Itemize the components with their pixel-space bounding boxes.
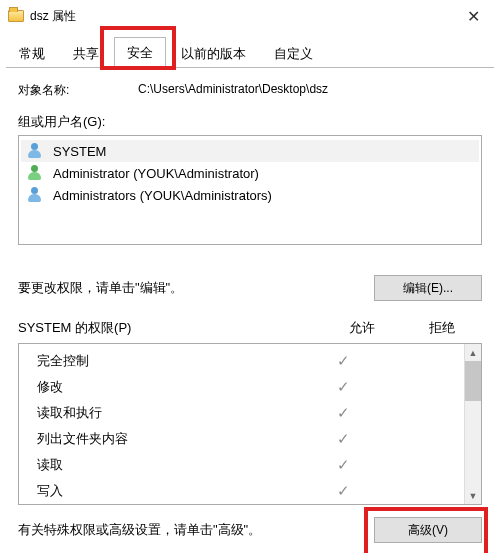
scroll-down-icon[interactable]: ▼ [465, 487, 481, 504]
object-name-label: 对象名称: [18, 82, 138, 99]
folder-icon [8, 10, 24, 22]
tab-previous-versions[interactable]: 以前的版本 [168, 38, 259, 69]
tab-sharing[interactable]: 共享 [60, 38, 112, 69]
scrollbar[interactable]: ▲ ▼ [464, 344, 481, 504]
user-icon [27, 165, 45, 181]
users-group-icon [27, 143, 45, 159]
list-item[interactable]: Administrators (YOUK\Administrators) [21, 184, 479, 206]
scroll-track[interactable] [465, 401, 481, 487]
permission-row: 读取和执行✓ [19, 400, 464, 426]
advanced-button[interactable]: 高级(V) [374, 517, 482, 543]
permission-name: 读取 [37, 456, 304, 474]
advanced-hint-text: 有关特殊权限或高级设置，请单击"高级"。 [18, 521, 374, 539]
permissions-listbox: 完全控制✓修改✓读取和执行✓列出文件夹内容✓读取✓写入✓ ▲ ▼ [18, 343, 482, 505]
tab-general[interactable]: 常规 [6, 38, 58, 69]
object-name-row: 对象名称: C:\Users\Administrator\Desktop\dsz [18, 82, 482, 99]
groups-listbox[interactable]: SYSTEM Administrator (YOUK\Administrator… [18, 135, 482, 245]
permission-row: 完全控制✓ [19, 348, 464, 374]
permission-row: 读取✓ [19, 452, 464, 478]
permission-allow: ✓ [304, 352, 382, 370]
tab-security[interactable]: 安全 [114, 37, 166, 69]
list-item[interactable]: Administrator (YOUK\Administrator) [21, 162, 479, 184]
tab-strip: 常规 共享 安全 以前的版本 自定义 [0, 32, 500, 68]
permission-allow: ✓ [304, 482, 382, 500]
permission-name: 列出文件夹内容 [37, 430, 304, 448]
permission-row: 修改✓ [19, 374, 464, 400]
permission-name: 完全控制 [37, 352, 304, 370]
permission-name: 修改 [37, 378, 304, 396]
object-name-value: C:\Users\Administrator\Desktop\dsz [138, 82, 482, 99]
permission-allow: ✓ [304, 404, 382, 422]
edit-button[interactable]: 编辑(E)... [374, 275, 482, 301]
advanced-hint-row: 有关特殊权限或高级设置，请单击"高级"。 高级(V) [18, 517, 482, 543]
list-item-label: Administrators (YOUK\Administrators) [53, 188, 272, 203]
permissions-header-deny: 拒绝 [402, 319, 482, 337]
window-title: dsz 属性 [30, 8, 452, 25]
scroll-up-icon[interactable]: ▲ [465, 344, 481, 361]
titlebar: dsz 属性 ✕ [0, 0, 500, 32]
edit-hint-text: 要更改权限，请单击"编辑"。 [18, 279, 374, 297]
close-button[interactable]: ✕ [452, 2, 494, 30]
groups-label: 组或用户名(G): [18, 113, 482, 131]
list-item-label: Administrator (YOUK\Administrator) [53, 166, 259, 181]
edit-hint-row: 要更改权限，请单击"编辑"。 编辑(E)... [18, 275, 482, 301]
permissions-header-allow: 允许 [322, 319, 402, 337]
permission-name: 写入 [37, 482, 304, 500]
tab-customize[interactable]: 自定义 [261, 38, 326, 69]
list-item[interactable]: SYSTEM [21, 140, 479, 162]
permission-name: 读取和执行 [37, 404, 304, 422]
permission-row: 写入✓ [19, 478, 464, 504]
list-item-label: SYSTEM [53, 144, 106, 159]
permission-allow: ✓ [304, 456, 382, 474]
permission-allow: ✓ [304, 430, 382, 448]
security-panel: 对象名称: C:\Users\Administrator\Desktop\dsz… [0, 68, 500, 553]
permission-allow: ✓ [304, 378, 382, 396]
permissions-header: SYSTEM 的权限(P) 允许 拒绝 [18, 319, 482, 337]
permissions-header-name: SYSTEM 的权限(P) [18, 319, 322, 337]
permission-row: 列出文件夹内容✓ [19, 426, 464, 452]
scroll-thumb[interactable] [465, 361, 481, 401]
users-group-icon [27, 187, 45, 203]
